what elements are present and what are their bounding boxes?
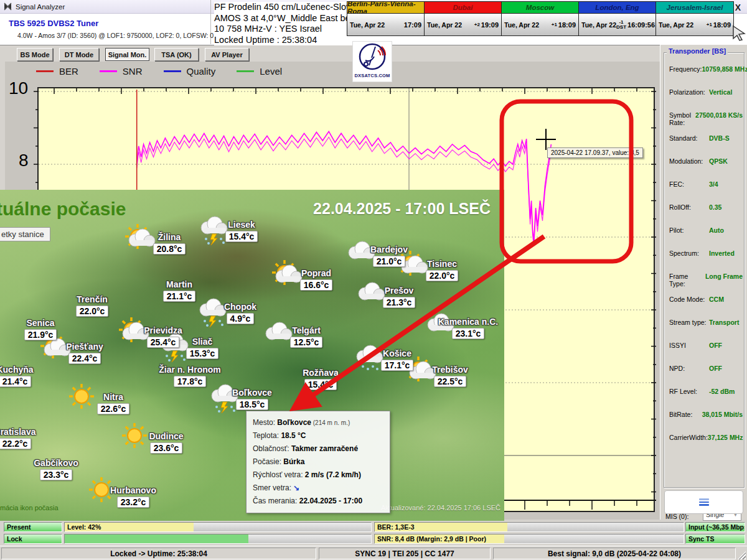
legend-swatch	[164, 70, 181, 72]
transponder-group: Frequency:10759,858 MHzPolarization:Vert…	[664, 52, 745, 488]
legend-label: Level	[260, 66, 282, 77]
city-marker-bratislava[interactable]: Bratislava22.2°c	[0, 427, 49, 449]
app-icon	[4, 2, 12, 11]
clock-offset: +1	[707, 22, 712, 27]
transponder-row: NPD:OFF	[669, 365, 743, 372]
transponder-value: Transport	[709, 319, 739, 326]
city-name: Martin	[145, 279, 214, 289]
transponder-row: CarrierWidth:37,125 MHz	[669, 434, 743, 441]
city-marker-bo-kovce[interactable]: Boľkovce18.5°c	[218, 388, 286, 410]
transponder-row: Modulation:QPSK	[669, 157, 743, 165]
all-stations-button[interactable]: etky stanice	[0, 227, 50, 241]
city-marker-hurbanovo[interactable]: Hurbanovo23.2°c	[99, 485, 167, 508]
city-marker-poprad[interactable]: Poprad16.6°c	[282, 268, 350, 291]
tab-bs-mode[interactable]: BS Mode	[17, 48, 53, 61]
resize-grip[interactable]	[738, 551, 746, 559]
city-marker--ilina[interactable]: Žilina20.8°c	[135, 232, 204, 254]
transponder-label: RF Level:	[669, 388, 709, 395]
city-temperature: 22.0°c	[76, 306, 109, 317]
transponder-value: Inverted	[709, 250, 735, 257]
transponder-value: OFF	[709, 365, 722, 372]
city-name: Dudince	[132, 431, 200, 441]
city-temperature: 23.6°c	[150, 442, 183, 454]
info-row: Čas merania: 22.04.2025 - 17:00	[253, 495, 383, 508]
city-marker-kamenica-n-c-[interactable]: Kamenica n.C.23.1°c	[434, 317, 502, 339]
city-temperature: 22.4°c	[68, 353, 101, 364]
transponder-label: Polarization:	[669, 88, 709, 96]
legend-item: BER	[36, 66, 78, 77]
clock-time: 18:09	[558, 21, 576, 29]
transponder-label: FEC:	[669, 180, 709, 188]
city-marker-senica[interactable]: Senica21.9°c	[6, 318, 75, 340]
city-name: Senica	[6, 318, 75, 328]
city-marker-martin[interactable]: Martin21.1°c	[145, 279, 214, 302]
transponder-label: Code Mode:	[669, 296, 709, 303]
city-marker-nitra[interactable]: Nitra22.6°c	[79, 392, 148, 414]
city-marker-dudince[interactable]: Dudince23.6°c	[132, 431, 200, 454]
city-name: Prievidza	[129, 325, 197, 335]
status-bar: Locked -> Uptime: 25:38:04 SYNC 19 | TEI…	[0, 546, 747, 560]
transponder-row: Pilot:Auto	[669, 226, 743, 234]
clock-day: Tue, Apr 22	[427, 21, 474, 29]
tab-signal-mon-[interactable]: Signal Mon.	[105, 48, 149, 61]
meter-label: BER: 1,3E-3	[377, 523, 415, 531]
wind-direction-arrow-icon: ↘	[293, 483, 299, 492]
city-name: Prešov	[365, 286, 433, 296]
city-marker--iar-n-hronom[interactable]: Žiar n. Hronom17.8°c	[156, 365, 224, 387]
transponder-row: RollOff:0.35	[669, 203, 743, 211]
city-name: Bardejov	[355, 245, 423, 254]
tab-av-player[interactable]: AV Player	[205, 48, 249, 61]
city-marker-chopok[interactable]: Chopok4.9°c	[206, 302, 275, 324]
city-marker-pie-any[interactable]: Piešťany22.4°c	[50, 342, 119, 364]
city-marker-ro-ava[interactable]: Rožňava15.4°c	[286, 368, 355, 390]
chart-tooltip: 2025-04-22 17.09.37, value: 8,5	[547, 147, 643, 158]
city-name: Kuchyňa	[0, 365, 49, 375]
world-clock: London, EngTue, Apr 22-1DST16:09:56	[579, 2, 656, 35]
tab-dt-mode[interactable]: DT Mode	[59, 48, 99, 61]
transponder-value: 3/4	[709, 180, 718, 188]
clock-time: 19:09	[481, 21, 499, 29]
city-temperature: 21.0°c	[373, 256, 406, 267]
city-temperature: 23.3°c	[40, 469, 73, 480]
clock-city: Berlin-Paris-Vienna-Roma	[347, 2, 424, 14]
transponder-value: DVB-S	[709, 134, 730, 142]
city-name: Bratislava	[0, 427, 49, 437]
city-name: Telgárt	[272, 325, 341, 335]
transponder-value: 37,125 MHz	[708, 434, 743, 441]
tab-tsa-ok-[interactable]: TSA (OK)	[154, 48, 199, 61]
clock-day: Tue, Apr 22	[504, 21, 552, 29]
city-marker-gab-kovo[interactable]: Gabčíkovo23.3°c	[22, 458, 90, 480]
world-clock: Jerusalem-IsraelTue, Apr 22+118:09	[656, 2, 733, 35]
close-icon[interactable]: X	[735, 2, 741, 12]
city-marker-trebi-ov[interactable]: Trebišov22.5°c	[416, 365, 484, 387]
city-name: Poprad	[282, 268, 350, 278]
city-marker-kuchy-a[interactable]: Kuchyňa21.4°c	[0, 365, 49, 387]
clock-city: Dubai	[425, 2, 501, 14]
mouse-cursor-icon	[732, 25, 746, 41]
satellite-info-line: 10 758 MHz-V : YES Israel	[214, 24, 367, 35]
map-datetime: 22.04.2025 - 17:00 LSEČ	[313, 200, 491, 218]
city-marker-slia-[interactable]: Sliač15.3°c	[168, 337, 237, 359]
legend-label: BER	[59, 66, 78, 77]
city-temperature: 15.4°c	[304, 379, 337, 390]
info-row: Oblačnosť: Takmer zamračené	[253, 442, 383, 455]
city-marker-tisinec[interactable]: Tisinec22.0°c	[408, 259, 476, 281]
clock-city: Moscow	[502, 2, 578, 14]
clock-time: 16:09:56	[627, 21, 655, 29]
transponder-label: Spectrum:	[669, 250, 709, 257]
city-temperature: 16.6°c	[300, 279, 333, 291]
panel-button[interactable]	[664, 490, 743, 514]
transponder-label: Symbol Rate:	[669, 111, 695, 126]
meter-snr: SNR: 8,4 dB (Margin: 2,9 dB | Poor)	[374, 534, 684, 544]
clock-day: Tue, Apr 22	[659, 21, 707, 29]
city-marker-pre-ov[interactable]: Prešov21.3°c	[365, 286, 433, 308]
transponder-value: Vertical	[709, 88, 732, 96]
world-clock: Berlin-Paris-Vienna-RomaTue, Apr 2217:09	[347, 2, 425, 35]
city-marker-tren-n[interactable]: Trenčín22.0°c	[58, 294, 126, 317]
city-name: Žiar n. Hronom	[156, 365, 224, 375]
city-marker-telg-rt[interactable]: Telgárt12.5°c	[272, 325, 341, 348]
city-marker-liesek[interactable]: Liesek15.4°c	[207, 220, 276, 242]
status-best-signal: Best signal: 9,0 dB (2025-04-22 04:08)	[493, 548, 736, 559]
meter-present: Present	[4, 522, 62, 532]
info-row: Počasie: Búrka	[253, 455, 383, 469]
